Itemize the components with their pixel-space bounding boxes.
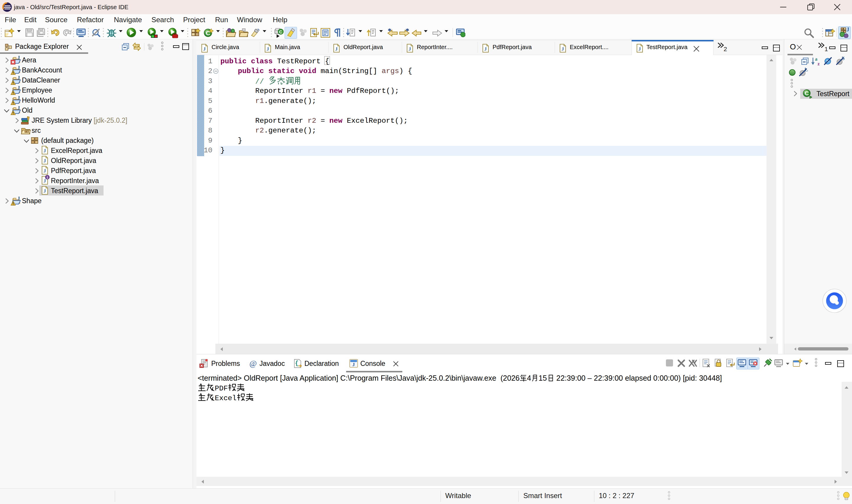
svg-text:C: C: [805, 90, 809, 96]
svg-text:z: z: [817, 61, 819, 66]
svg-text:I: I: [47, 176, 48, 179]
svg-text:J: J: [352, 362, 355, 367]
svg-text:C: C: [279, 29, 283, 34]
svg-text:J: J: [847, 27, 849, 33]
svg-text:{: {: [295, 360, 298, 367]
svg-text:a: a: [815, 56, 817, 61]
